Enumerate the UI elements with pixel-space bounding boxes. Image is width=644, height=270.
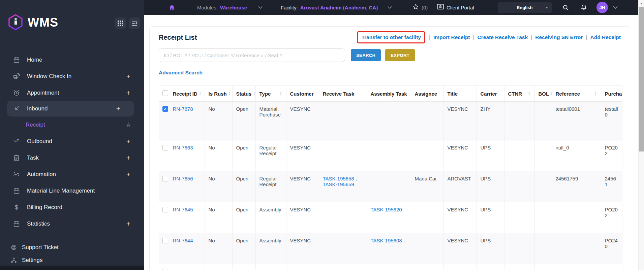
sidebar-item-home[interactable]: Home [0, 52, 144, 68]
sidebar-item-billing-record[interactable]: Billing Record [0, 199, 144, 215]
sidebar-item-label: Window Check In [27, 73, 71, 80]
column-label: Status [236, 91, 252, 97]
search-button[interactable]: SEARCH [351, 49, 381, 61]
sidebar-item-material-line-management[interactable]: Material Line Management [0, 182, 144, 199]
receipt-link[interactable]: RN-7678 [173, 106, 193, 112]
column-header-receipt_id[interactable]: Receipt ID▲▼ [169, 86, 205, 102]
cell-receipt-id: RN-7663 [169, 140, 205, 171]
expand-plus-icon[interactable]: + [126, 89, 130, 97]
favorite-star-icon[interactable]: ☆ [126, 121, 131, 128]
expand-plus-icon[interactable]: + [126, 137, 130, 145]
expand-plus-icon[interactable]: + [126, 154, 130, 162]
receipt-link[interactable]: RN-7643 [173, 269, 193, 270]
expand-plus-icon[interactable]: + [126, 170, 130, 178]
user-avatar[interactable]: JH [596, 0, 608, 15]
language-selector[interactable]: English ▾ [498, 2, 552, 13]
scrollbar-thumb[interactable] [639, 7, 644, 151]
cell-purchase_order: 24561 [601, 171, 622, 202]
facility-selector[interactable]: Facility: Arovast Anaheim (Anaheim, CA) [281, 0, 392, 15]
column-header-is_rush[interactable]: Is Rush▲▼ [205, 86, 232, 102]
sort-caret-icon[interactable]: ▲▼ [594, 92, 597, 96]
expand-plus-icon[interactable]: + [126, 220, 130, 228]
column-label: BOL [539, 91, 549, 97]
apps-grid-icon[interactable] [115, 18, 126, 29]
cell-receive_task [319, 202, 367, 233]
notifications-bell-icon[interactable] [580, 0, 587, 15]
row-checkbox[interactable] [162, 176, 168, 181]
collapse-sidebar-icon[interactable] [129, 18, 140, 29]
sort-caret-icon[interactable]: ▲▼ [199, 92, 202, 96]
sidebar-item-task[interactable]: Task+ [0, 149, 144, 166]
receipt-link[interactable]: RN-7645 [173, 207, 193, 212]
export-button[interactable]: EXPORT [385, 49, 415, 61]
page-scrollbar[interactable]: ▲ [638, 0, 644, 270]
client-portal-button[interactable]: Client Portal [437, 0, 474, 15]
sidebar-item-support-ticket[interactable]: Support Ticket [0, 241, 144, 254]
row-checkbox[interactable] [162, 269, 168, 270]
column-label: CTNR [508, 91, 522, 97]
cell-assembly_task [367, 102, 411, 140]
action-link-add-receipt[interactable]: Add Receipt [590, 34, 621, 40]
select-all-checkbox[interactable] [162, 90, 168, 96]
truck-clock-icon [12, 73, 21, 80]
task-link[interactable]: TASK-195608 [371, 238, 402, 243]
modules-selector[interactable]: Modules: Warehouse [197, 0, 263, 15]
select-all-header[interactable] [159, 86, 169, 102]
sort-caret-icon[interactable]: ▲▼ [550, 92, 552, 96]
column-header-type[interactable]: Type▲▼ [255, 86, 286, 102]
sort-caret-icon[interactable]: ▲▼ [528, 92, 531, 96]
scroll-up-arrow-icon[interactable]: ▲ [639, 0, 644, 5]
expand-plus-icon[interactable]: + [116, 105, 120, 113]
sidebar-item-outbound[interactable]: Outbound+ [0, 133, 144, 149]
sidebar-item-inbound[interactable]: Inbound+ [7, 101, 134, 116]
sort-caret-icon[interactable]: ▲▼ [280, 92, 282, 96]
column-header-assembly_task: Assembly Task [367, 86, 411, 102]
sidebar-item-settings[interactable]: Settings [0, 254, 144, 267]
column-header-ctnr[interactable]: CTNR▲▼ [504, 86, 534, 102]
cell-customer: VESYNC [286, 140, 319, 171]
receipt-link[interactable]: RN-7644 [173, 238, 193, 243]
sidebar-item-appointment[interactable]: Appointment+ [0, 85, 144, 101]
advanced-search-link[interactable]: Advanced Search [159, 70, 203, 76]
profile-chevron-down-icon[interactable] [613, 0, 618, 15]
row-checkbox[interactable] [162, 145, 168, 150]
favorites-button[interactable]: (0) [412, 0, 428, 15]
sidebar-item-window-check-in[interactable]: Window Check In+ [0, 68, 144, 85]
cell-receipt-id: RN-7644 [169, 233, 205, 264]
row-checkbox[interactable] [162, 106, 168, 112]
search-input[interactable] [159, 48, 345, 62]
sidebar-item-statistics[interactable]: Statistics+ [0, 215, 144, 232]
task-link[interactable]: TASK-195659 [323, 181, 354, 187]
cell-receive_task [319, 264, 367, 270]
row-checkbox[interactable] [162, 238, 168, 243]
cell-purchase_order: PO240 [601, 233, 622, 264]
action-link-import-receipt[interactable]: Import Receipt [433, 34, 470, 40]
column-header-reference[interactable]: Reference▲▼ [552, 86, 601, 102]
row-checkbox[interactable] [162, 207, 168, 212]
sidebar-item-automation[interactable]: Automation+ [0, 166, 144, 182]
task-link[interactable]: TASK-195658 [323, 176, 354, 181]
column-header-status[interactable]: Status▲▼ [232, 86, 255, 102]
expand-plus-icon[interactable]: + [126, 72, 130, 80]
receipt-link[interactable]: RN-7663 [173, 145, 193, 150]
inbound-arrow-icon [12, 105, 21, 112]
action-link-create-receive-task[interactable]: Create Receive Task [478, 34, 528, 40]
cell-reference: 24561759 [552, 171, 601, 202]
home-icon[interactable] [168, 0, 175, 15]
main-content: Receipt List Transfer to other facility|… [144, 15, 638, 270]
search-icon[interactable] [562, 0, 569, 15]
sort-caret-icon[interactable]: ▲▼ [253, 92, 255, 96]
cell-ctnr [504, 140, 534, 171]
sidebar-item-receipt[interactable]: Receipt☆ [0, 116, 144, 133]
row-select-cell [159, 102, 169, 140]
task-link[interactable]: TASK-195620 [371, 207, 402, 212]
action-link-transfer-to-other-facility[interactable]: Transfer to other facility [361, 34, 421, 40]
cell-type: Regular Receipt [255, 264, 286, 270]
action-link-receiving-sn-error[interactable]: Receiving SN Error [535, 34, 583, 40]
action-separator: | [470, 34, 478, 40]
sort-caret-icon[interactable]: ▲▼ [228, 92, 231, 96]
column-header-title: Title [443, 86, 477, 102]
column-header-bol[interactable]: BOL▲▼ [534, 86, 552, 102]
receipt-link[interactable]: RN-7656 [173, 176, 193, 181]
row-select-cell [159, 233, 169, 264]
